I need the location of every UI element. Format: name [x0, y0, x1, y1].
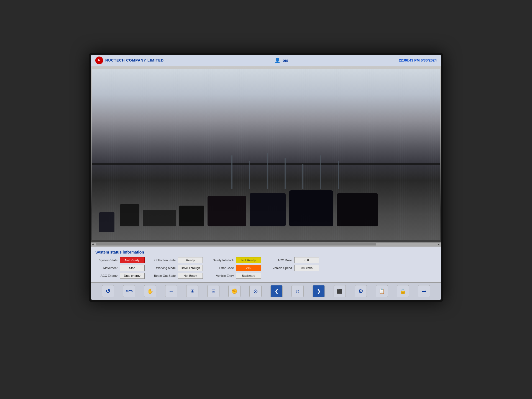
monitor-screen: N NUCTECH COMPANY LIMITED 👤 ois 22:06:43… [91, 55, 441, 300]
back-button[interactable]: ← [165, 285, 177, 297]
status-title: System status information [95, 250, 437, 254]
label-collection-state: Collection State [154, 259, 176, 262]
vehicle-2 [143, 210, 176, 226]
label-acc-energy: ACC Energy [95, 274, 117, 277]
vehicle-5 [250, 193, 286, 226]
gate1-button[interactable]: ⊞ [186, 285, 198, 297]
label-vehicle-entry: Vehicle Entry [212, 274, 234, 277]
vehicle-7 [337, 193, 378, 226]
status-row-2: Movement Stop Working Mode Drive Through… [95, 265, 437, 271]
image-button[interactable]: ⬛ [334, 285, 346, 297]
toolbar: ↺ AUTO ✋ ← ⊞ ⊟ ✊ ⊘ ❮ ◎ ❯ ⬛ ⚙ 📋 🔒 ➡ [91, 282, 441, 300]
label-beam-out-state: Beam Out State [154, 274, 176, 277]
vehicle-3 [179, 206, 204, 226]
settings-button[interactable]: ⚙ [355, 285, 367, 297]
username: ois [283, 58, 288, 63]
pole-4 [285, 158, 286, 189]
pole-1 [231, 155, 232, 189]
vehicle-6 [289, 190, 333, 226]
value-system-state: Not Ready [120, 257, 145, 263]
label-error-code: Error Code [212, 266, 234, 270]
label-safety-interlock: Safety Interlock [212, 259, 234, 262]
xray-viewport: ◄ ► [91, 66, 441, 246]
scroll-thumb[interactable] [96, 243, 376, 245]
vehicle-bus [99, 212, 114, 232]
status-row-1: System State Not Ready Collection State … [95, 257, 437, 263]
auto-button[interactable]: AUTO [123, 285, 135, 297]
header-user: 👤 ois [274, 57, 288, 63]
value-movement: Stop [120, 265, 145, 271]
value-error-code: 216 [236, 265, 261, 271]
scan-button[interactable]: ◎ [291, 285, 304, 297]
exit-button[interactable]: ➡ [418, 285, 430, 297]
prev-button[interactable]: ❮ [270, 285, 283, 297]
value-collection-state: Ready [178, 257, 203, 263]
label-working-mode: Working Mode [154, 266, 176, 270]
status-panel: System status information System State N… [91, 246, 441, 282]
datetime-display: 22:06:43 PM 6/30/2024 [399, 58, 437, 62]
value-vehicle-entry: Backward [236, 273, 261, 279]
label-acc-dose: ACC Dose [270, 259, 292, 262]
status-row-3: ACC Energy Dual energy Beam Out State No… [95, 273, 437, 279]
reset-button[interactable]: ↺ [102, 285, 114, 297]
pole-2 [249, 161, 250, 189]
status-grid: System State Not Ready Collection State … [95, 257, 437, 279]
logo-icon: N [95, 57, 103, 64]
xray-image [92, 69, 440, 240]
gate2-button[interactable]: ⊟ [207, 285, 219, 297]
label-vehicle-speed: Vehicle Speed [270, 266, 292, 270]
pole-3 [267, 153, 268, 189]
user-icon: 👤 [274, 57, 280, 63]
label-movement: Movement [95, 266, 117, 270]
value-vehicle-speed: 0.0 km/h [294, 265, 319, 271]
next-button[interactable]: ❯ [313, 285, 325, 297]
pole-6 [320, 155, 321, 189]
vehicle-4 [208, 196, 246, 226]
value-acc-dose: 0.0 [294, 257, 319, 263]
pole-7 [338, 161, 339, 189]
monitor-shell: N NUCTECH COMPANY LIMITED 👤 ois 22:06:43… [89, 53, 443, 302]
company-name: NUCTECH COMPANY LIMITED [105, 58, 164, 62]
value-working-mode: Drive Through [178, 265, 203, 271]
value-beam-out-state: Not Beam [178, 273, 203, 279]
value-acc-energy: Dual energy [120, 273, 145, 279]
lock-button[interactable]: 🔒 [397, 285, 409, 297]
report-button[interactable]: 📋 [376, 285, 388, 297]
value-safety-interlock: Not Ready [236, 257, 261, 263]
hand-button[interactable]: ✋ [144, 285, 156, 297]
vehicle-1 [120, 204, 139, 226]
xray-scrollbar[interactable]: ◄ ► [91, 242, 441, 246]
stop-button[interactable]: ✊ [228, 285, 241, 297]
scroll-right-arrow[interactable]: ► [437, 243, 441, 246]
cancel-button[interactable]: ⊘ [249, 285, 262, 297]
scroll-left-arrow[interactable]: ◄ [91, 243, 95, 246]
header-bar: N NUCTECH COMPANY LIMITED 👤 ois 22:06:43… [91, 55, 441, 66]
label-system-state: System State [95, 259, 117, 262]
header-logo: N NUCTECH COMPANY LIMITED [95, 57, 164, 64]
pole-5 [302, 164, 303, 189]
